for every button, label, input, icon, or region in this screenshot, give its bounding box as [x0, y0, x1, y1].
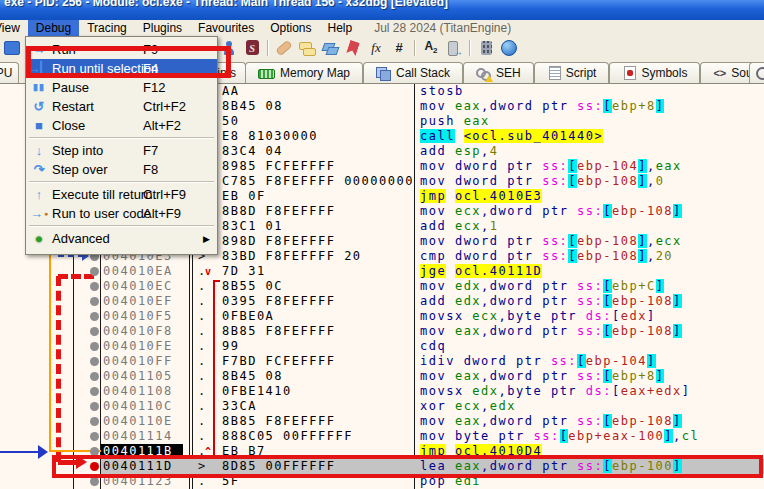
tab-symbols[interactable]: Symbols	[609, 62, 700, 83]
globe-icon[interactable]	[501, 40, 517, 56]
menubar-item-plugins[interactable]: Plugins	[135, 20, 190, 36]
calculator-icon[interactable]	[478, 40, 494, 56]
instruction: lea eax,dword ptr ss:[ebp-100]	[420, 459, 682, 474]
restart-icon	[26, 100, 52, 113]
font-case-icon[interactable]: A2	[423, 40, 439, 56]
opcode-bytes: 8B45 08	[222, 369, 283, 384]
instruction: mov dword ptr ss:[ebp-108],0	[420, 174, 664, 189]
menu-item-label: Run	[52, 42, 76, 57]
fx-icon[interactable]: fx	[368, 40, 384, 56]
breakpoint-dot[interactable]	[90, 417, 99, 426]
tab-script[interactable]: Script	[534, 62, 610, 83]
debug-menu: RunF9Run until selectionF4PauseF12Restar…	[25, 36, 218, 255]
menu-item-pause[interactable]: PauseF12	[26, 78, 217, 97]
opcode-bytes: EB B7	[222, 444, 266, 459]
breakpoint-dot[interactable]	[90, 267, 99, 276]
menubar-item-favourites[interactable]: Favourites	[190, 20, 262, 36]
opcode-bytes: 898D F8FEFFFF	[222, 234, 335, 249]
tab-cpu-partial[interactable]: CPU	[0, 62, 19, 83]
instruction: call <ocl.sub_401440>	[420, 129, 603, 144]
toolbar-left	[4, 40, 20, 59]
breakpoint-dot-active[interactable]	[90, 462, 99, 471]
menu-item-label: Step into	[52, 143, 103, 158]
disasm-row-00401108[interactable]: 00401108.0FBE1410movsx edx,byte ptr ds:[…	[0, 384, 764, 399]
menubar-item-debug[interactable]: Debug	[28, 20, 79, 36]
breakpoint-dot[interactable]	[90, 432, 99, 441]
disasm-row-004010FE[interactable]: 004010FE.99cdq	[0, 339, 764, 354]
row-marker: .	[198, 339, 207, 354]
menu-item-run-to-user-code[interactable]: Run to user codeAlt+F9	[26, 204, 217, 223]
close-icon	[26, 119, 52, 132]
tab-seh[interactable]: SEH	[463, 62, 534, 83]
menu-item-shortcut: F9	[143, 42, 158, 57]
menu-item-run-until-selection[interactable]: Run until selectionF4	[26, 59, 217, 78]
menu-item-advanced[interactable]: Advanced▶	[26, 229, 217, 248]
menu-item-restart[interactable]: RestartCtrl+F2	[26, 97, 217, 116]
menubar-item-tracing[interactable]: Tracing	[79, 20, 135, 36]
breakpoint-dot[interactable]	[90, 312, 99, 321]
s-badge-icon[interactable]: S	[244, 40, 260, 56]
menu-item-close[interactable]: CloseAlt+F2	[26, 116, 217, 135]
close-square-icon[interactable]	[4, 40, 20, 56]
opcode-bytes: 33CA	[222, 399, 257, 414]
disasm-row-0040110E[interactable]: 0040110E.8B85 F8FEFFFFmov eax,dword ptr …	[0, 414, 764, 429]
hash-icon[interactable]: #	[391, 40, 407, 56]
disasm-row-004010F8[interactable]: 004010F8.8B85 F8FEFFFFmov eax,dword ptr …	[0, 324, 764, 339]
disasm-row-004010EA[interactable]: 004010EA.v7D 31jge ocl.40111D	[0, 264, 764, 279]
breakpoint-dot[interactable]	[90, 327, 99, 336]
disasm-row-00401123[interactable]: 00401123.5Fpop edi	[0, 474, 764, 489]
tab-references-partial[interactable]	[749, 62, 764, 83]
disasm-row-0040111B[interactable]: 0040111B.^EB B7jmp ocl.4010D4	[0, 444, 764, 459]
opcode-bytes: 7D 31	[222, 264, 266, 279]
phone-export-icon[interactable]: →	[446, 40, 462, 56]
menu-item-step-over[interactable]: Step overF8	[26, 160, 217, 179]
breakpoint-dot[interactable]	[90, 402, 99, 411]
menubar-item-help[interactable]: Help	[320, 20, 361, 36]
menubar-item-options[interactable]: Options	[262, 20, 319, 36]
disasm-row-00401105[interactable]: 00401105.8B45 08mov eax,dword ptr ss:[eb…	[0, 369, 764, 384]
opcode-bytes: 8B85 F8FEFFFF	[222, 414, 335, 429]
jump-direction-marker: v	[205, 264, 213, 279]
breakpoint-dot[interactable]	[90, 357, 99, 366]
menubar-item-view[interactable]: View	[0, 20, 28, 36]
disasm-row-004010EF[interactable]: 004010EF.0395 F8FEFFFFadd edx,dword ptr …	[0, 294, 764, 309]
disasm-row-0040111D[interactable]: 0040111D>8D85 00FFFFFFlea eax,dword ptr …	[0, 459, 764, 474]
bandaid-icon[interactable]	[276, 40, 292, 56]
instruction: stosb	[420, 84, 464, 99]
tab-label: Call Stack	[396, 66, 450, 80]
breakpoint-dot[interactable]	[90, 297, 99, 306]
address-eip: 0040111B	[101, 444, 183, 459]
menu-item-label: Run to user code	[52, 206, 151, 221]
disasm-row-004010FF[interactable]: 004010FF.F7BD FCFEFFFFidiv dword ptr ss:…	[0, 354, 764, 369]
opcode-bytes: 83C4 04	[222, 144, 283, 159]
user-icon[interactable]	[221, 40, 237, 56]
opcode-bytes: 8B85 F8FEFFFF	[222, 324, 335, 339]
source-icon: <>	[713, 67, 726, 79]
menu-item-execute-till-return[interactable]: Execute till returnCtrl+F9	[26, 185, 217, 204]
disasm-row-00401114[interactable]: 00401114.888C05 00FFFFFFmov byte ptr ss:…	[0, 429, 764, 444]
breakpoint-dot[interactable]	[90, 282, 99, 291]
menu-item-label: Close	[52, 118, 85, 133]
disasm-row-004010EC[interactable]: 004010EC.8B55 0Cmov edx,dword ptr ss:[eb…	[0, 279, 764, 294]
menu-item-step-into[interactable]: Step intoF7	[26, 141, 217, 160]
tab-memory-map[interactable]: Memory Map	[245, 62, 363, 83]
toolbar-separator	[414, 40, 416, 56]
breakpoint-dot[interactable]	[90, 372, 99, 381]
breakpoint-dot[interactable]	[90, 477, 99, 486]
submenu-arrow-icon: ▶	[203, 234, 210, 244]
address: 00401114	[103, 429, 173, 444]
address: 0040110C	[103, 399, 173, 414]
menu-item-run[interactable]: RunF9	[26, 40, 217, 59]
breakpoint-dot[interactable]	[90, 447, 99, 456]
tab-call-stack[interactable]: Call Stack	[363, 62, 463, 83]
comments-icon[interactable]	[299, 40, 315, 56]
bookmark-icon[interactable]	[345, 40, 361, 56]
labels-icon[interactable]	[322, 40, 338, 56]
breakpoint-dot[interactable]	[90, 342, 99, 351]
instruction: mov ecx,dword ptr ss:[ebp-108]	[420, 204, 682, 219]
breakpoint-dot[interactable]	[90, 387, 99, 396]
disasm-row-0040110C[interactable]: 0040110C.33CAxor ecx,edx	[0, 399, 764, 414]
opcode-bytes: F7BD FCFEFFFF	[222, 354, 335, 369]
disasm-row-004010F5[interactable]: 004010F5.0FBE0Amovsx ecx,byte ptr ds:[ed…	[0, 309, 764, 324]
instruction: mov edx,dword ptr ss:[ebp+C]	[420, 279, 664, 294]
